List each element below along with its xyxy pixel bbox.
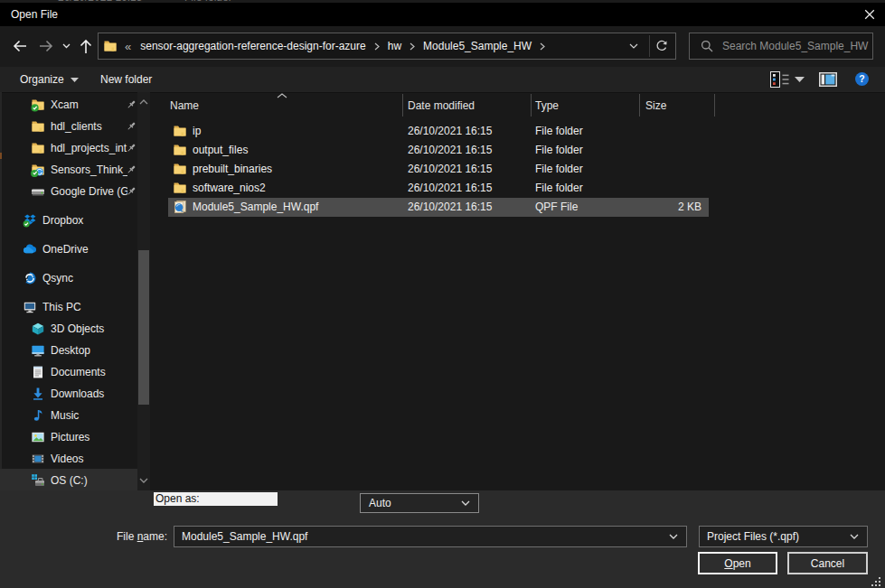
chevron-down-icon[interactable]	[669, 534, 678, 539]
open-button[interactable]: Open	[698, 552, 777, 574]
change-view-dropdown[interactable]	[795, 77, 805, 82]
sidebar-item-os-c[interactable]: OS (C:)	[0, 470, 137, 491]
column-header-date[interactable]: Date modified	[408, 94, 475, 117]
up-button[interactable]	[77, 37, 95, 55]
file-cell-date: 26/10/2021 16:15	[408, 160, 492, 179]
change-view-button[interactable]	[770, 71, 789, 88]
pin-icon	[126, 99, 137, 110]
column-divider[interactable]	[531, 94, 532, 117]
sidebar-item-this-pc[interactable]: This PC	[0, 296, 137, 318]
folder-icon	[173, 143, 187, 157]
file-row-ip[interactable]: ip26/10/2021 16:15File folder	[150, 122, 885, 141]
address-separator	[649, 35, 650, 57]
address-bar[interactable]: « sensor-aggregation-reference-design-fo…	[98, 33, 676, 60]
open-as-combobox[interactable]: Auto	[360, 493, 479, 513]
folder-icon	[31, 141, 45, 155]
file-type-filter-combobox[interactable]: Project Files (*.qpf)	[699, 526, 868, 547]
open-as-label: Open as:	[154, 492, 278, 506]
pin-icon	[126, 186, 137, 197]
breadcrumb-overflow[interactable]: «	[125, 40, 132, 53]
address-dropdown-button[interactable]	[626, 40, 642, 52]
recent-locations-button[interactable]	[58, 37, 74, 55]
breadcrumb-separator-icon[interactable]	[374, 42, 380, 51]
sidebar-item-3d-objects[interactable]: 3D Objects	[0, 318, 137, 340]
sidebar-item-hdl-clients[interactable]: hdl_clients	[0, 116, 137, 137]
objects3d-icon	[31, 322, 45, 336]
new-folder-button[interactable]: New folder	[100, 67, 152, 92]
file-name-value[interactable]: Module5_Sample_HW.qpf	[182, 530, 307, 543]
breadcrumb-segment-hw[interactable]: hw	[388, 40, 401, 52]
cancel-button[interactable]: Cancel	[787, 552, 868, 574]
breadcrumb-separator-icon[interactable]	[410, 42, 415, 51]
folder-icon	[103, 39, 118, 53]
scroll-up-icon[interactable]	[139, 98, 148, 106]
file-cell-size	[639, 179, 701, 198]
sidebar-item-desktop[interactable]: Desktop	[0, 340, 137, 361]
refresh-button[interactable]	[655, 40, 668, 52]
forward-button[interactable]	[37, 37, 55, 55]
sidebar-item-downloads[interactable]: Downloads	[0, 383, 137, 405]
sidebar-item-qsync[interactable]: Qsync	[0, 267, 137, 289]
help-button[interactable]: ?	[855, 72, 869, 86]
column-divider[interactable]	[714, 94, 715, 117]
sidebar-item-label: hdl_projects_int	[51, 137, 127, 159]
file-cell-date: 26/10/2021 16:15	[408, 122, 492, 141]
file-cell-type: File folder	[535, 122, 583, 141]
sidebar-scrollbar-thumb[interactable]	[138, 250, 149, 405]
close-button[interactable]	[857, 5, 882, 23]
back-button[interactable]	[11, 37, 29, 55]
column-header-name[interactable]: Name	[170, 94, 199, 117]
sidebar-item-sensors-think[interactable]: Sensors_Think_(	[0, 159, 137, 181]
sidebar-item-label: Sensors_Think_(	[51, 159, 127, 181]
folder-icon	[173, 124, 187, 138]
view-options-icon	[770, 71, 789, 88]
sidebar-item-videos[interactable]: Videos	[0, 448, 137, 470]
search-placeholder: Search Module5_Sample_HW	[722, 40, 868, 52]
file-row-module5-sample-hw-qpf[interactable]: Module5_Sample_HW.qpf26/10/2021 16:15QPF…	[150, 198, 885, 217]
file-row-output-files[interactable]: output_files26/10/2021 16:15File folder	[150, 141, 885, 160]
chevron-down-icon	[461, 500, 470, 506]
sidebar-item-music[interactable]: Music	[0, 405, 137, 426]
file-row-software-nios2[interactable]: software_nios226/10/2021 16:15File folde…	[150, 179, 885, 198]
sidebar-item-google-drive-g[interactable]: Google Drive (G	[0, 181, 137, 202]
sidebar-item-hdl-projects-int[interactable]: hdl_projects_int	[0, 137, 137, 159]
organize-button[interactable]: Organize	[20, 67, 79, 92]
file-name-label: File name:	[117, 526, 167, 547]
file-cell-size	[639, 141, 701, 160]
preview-pane-button[interactable]	[819, 72, 837, 87]
file-cell-size: 2 KB	[639, 198, 701, 217]
title-bar[interactable]	[0, 3, 885, 26]
sidebar-item-xcam[interactable]: Xcam	[0, 94, 137, 116]
sidebar-item-dropbox[interactable]: Dropbox	[0, 210, 137, 231]
column-header-type[interactable]: Type	[535, 94, 559, 117]
column-divider[interactable]	[639, 94, 640, 117]
gdrive-icon	[31, 184, 45, 199]
file-cell-name: Module5_Sample_HW.qpf	[193, 198, 318, 217]
chevron-down-icon	[62, 43, 71, 49]
column-divider[interactable]	[402, 94, 403, 117]
desktop-icon	[31, 343, 45, 358]
sidebar-item-documents[interactable]: Documents	[0, 361, 137, 383]
sidebar-item-label: Desktop	[51, 340, 141, 361]
pin-icon	[126, 143, 137, 154]
file-row-prebuilt-binaries[interactable]: prebuilt_binaries26/10/2021 16:15File fo…	[150, 160, 885, 179]
breadcrumb-separator-icon[interactable]	[540, 42, 545, 51]
sidebar-item-pictures[interactable]: Pictures	[0, 426, 137, 448]
file-type-filter-value: Project Files (*.qpf)	[707, 530, 799, 543]
folder-icon	[173, 181, 187, 195]
breadcrumb-segment-current[interactable]: Module5_Sample_HW	[423, 40, 532, 52]
dialog-title: Open File	[11, 3, 58, 26]
breadcrumb-segment-root[interactable]: sensor-aggregation-reference-design-for-…	[140, 40, 365, 52]
up-icon	[80, 39, 92, 54]
sidebar-item-label: Dropbox	[42, 210, 133, 231]
thispc-icon	[23, 300, 37, 314]
folder-icon	[31, 98, 45, 112]
scroll-down-icon[interactable]	[139, 477, 148, 484]
file-cell-name: ip	[193, 122, 201, 141]
column-header-size[interactable]: Size	[645, 94, 666, 117]
open-file-dialog: 26/10/2021 16:15 File folder Open File	[0, 0, 885, 588]
sidebar-item-onedrive[interactable]: OneDrive	[0, 238, 137, 260]
search-box[interactable]: Search Module5_Sample_HW	[689, 33, 873, 60]
file-name-combobox[interactable]: Module5_Sample_HW.qpf	[174, 526, 687, 547]
onedrive-icon	[23, 242, 37, 257]
